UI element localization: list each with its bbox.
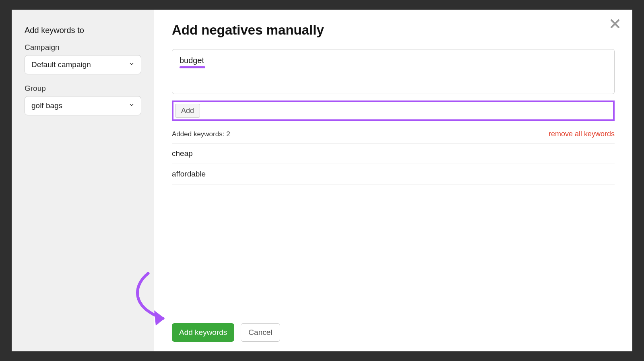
added-count-label: Added keywords: 2 [172,130,230,138]
sidebar: Add keywords to Campaign Default campaig… [12,10,154,351]
chevron-down-icon [129,61,134,68]
add-keywords-button[interactable]: Add keywords [172,323,234,342]
group-field: Group golf bags [25,84,141,115]
keyword-row: affordable [172,164,615,185]
keywords-list: cheap affordable [172,144,615,185]
modal-footer: Add keywords Cancel [172,315,615,342]
sidebar-title: Add keywords to [25,26,141,35]
textarea-value: budget [180,56,204,65]
add-negatives-modal: Add keywords to Campaign Default campaig… [12,10,632,351]
campaign-label: Campaign [25,43,141,52]
chevron-down-icon [129,102,134,109]
group-select-value: golf bags [31,101,129,110]
add-button[interactable]: Add [175,104,200,118]
group-select[interactable]: golf bags [25,96,141,115]
campaign-select-value: Default campaign [31,60,129,69]
annotation-add-highlight: Add [172,101,615,121]
annotation-underline [180,66,205,68]
main-panel: Add negatives manually budget Add Added … [154,10,632,351]
campaign-select[interactable]: Default campaign [25,55,141,74]
keyword-row: cheap [172,144,615,164]
keywords-summary-row: Added keywords: 2 remove all keywords [172,130,615,144]
page-title: Add negatives manually [172,23,615,38]
remove-all-link[interactable]: remove all keywords [549,130,615,138]
keywords-textarea[interactable]: budget [172,49,615,94]
group-label: Group [25,84,141,93]
cancel-button[interactable]: Cancel [241,323,280,342]
campaign-field: Campaign Default campaign [25,43,141,74]
